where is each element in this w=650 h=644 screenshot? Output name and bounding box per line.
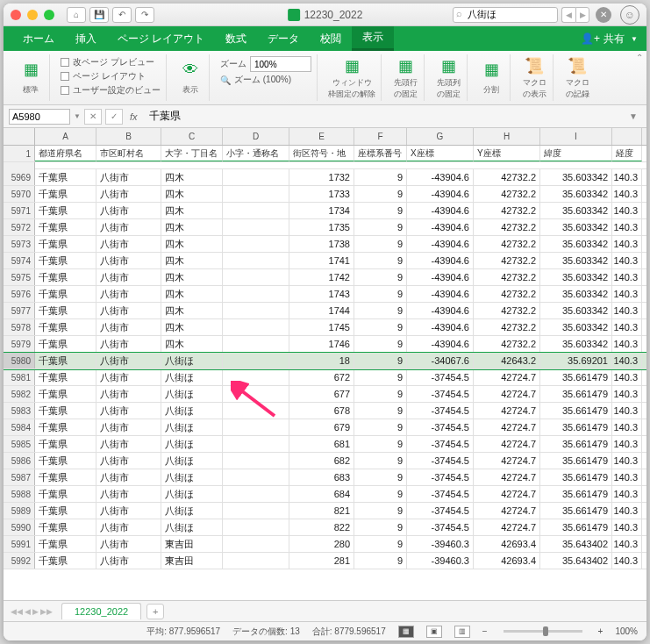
cell[interactable]: 千葉県 (35, 453, 96, 469)
cell[interactable]: 140.3 (612, 503, 642, 519)
cell[interactable]: 140.3 (612, 336, 642, 352)
cell[interactable]: 千葉県 (35, 353, 96, 369)
split-icon[interactable]: ▦ (478, 56, 504, 82)
cell[interactable]: 140.3 (612, 169, 642, 185)
cell[interactable]: 千葉県 (35, 419, 96, 435)
view-opt-2[interactable]: ユーザー設定のビュー (61, 84, 161, 97)
cell[interactable]: -37454.5 (407, 436, 474, 452)
cell[interactable]: 35.643402 (540, 536, 612, 552)
cell[interactable]: 八街市 (96, 519, 161, 535)
cell[interactable]: 八街市 (96, 436, 161, 452)
col-header[interactable]: I (540, 128, 612, 145)
cell[interactable]: 9 (354, 403, 407, 419)
row-num[interactable]: 5974 (4, 253, 35, 268)
cell[interactable]: -43904.6 (407, 269, 474, 285)
cell[interactable]: 140.3 (612, 403, 642, 419)
cell[interactable]: 千葉県 (35, 503, 96, 519)
cell[interactable] (223, 553, 289, 569)
cell[interactable] (223, 519, 289, 535)
cell[interactable]: 千葉県 (35, 386, 96, 402)
magnify-icon[interactable]: 🔍 (220, 75, 231, 85)
cell[interactable]: 9 (354, 203, 407, 218)
row-num[interactable]: 5971 (4, 203, 35, 218)
row-num[interactable]: 5972 (4, 219, 35, 235)
name-box[interactable]: A5980 (9, 109, 70, 125)
cell[interactable] (223, 253, 289, 268)
cell[interactable]: 八街ほ (161, 469, 223, 485)
cell[interactable]: 42732.2 (474, 219, 540, 235)
col-header[interactable]: F (354, 128, 407, 145)
maximize-button[interactable] (44, 10, 54, 20)
cell[interactable] (223, 419, 289, 435)
tab-first-icon[interactable]: ◀◀ (11, 607, 23, 616)
cell[interactable]: 140.3 (612, 436, 642, 452)
cell[interactable]: 八街ほ (161, 453, 223, 469)
cell[interactable]: 1742 (289, 269, 354, 285)
row-num[interactable]: 5990 (4, 519, 35, 535)
cell[interactable]: 千葉県 (35, 319, 96, 335)
menu-0[interactable]: ホーム (12, 26, 65, 51)
cell[interactable]: 9 (354, 319, 407, 335)
menu-5[interactable]: 校閲 (310, 26, 352, 51)
table-row[interactable]: 5975千葉県八街市四木17429-43904.642732.235.60334… (4, 269, 646, 286)
cell[interactable]: 千葉県 (35, 403, 96, 419)
cell[interactable]: 35.661479 (540, 503, 612, 519)
cell[interactable] (223, 503, 289, 519)
cell[interactable]: 35.603342 (540, 286, 612, 302)
qa-home-icon[interactable]: ⌂ (67, 7, 86, 23)
cell[interactable]: 35.69201 (540, 353, 612, 369)
cell[interactable]: 八街市 (96, 419, 161, 435)
cell[interactable]: 678 (289, 403, 354, 419)
cell[interactable]: 42732.2 (474, 286, 540, 302)
cell[interactable] (223, 469, 289, 485)
row-num[interactable]: 5987 (4, 469, 35, 485)
table-row[interactable]: 5978千葉県八街市四木17459-43904.642732.235.60334… (4, 319, 646, 336)
cell[interactable]: 42732.2 (474, 236, 540, 252)
row-num[interactable]: 5985 (4, 436, 35, 452)
table-row[interactable]: 5987千葉県八街市八街ほ6839-37454.542724.735.66147… (4, 469, 646, 486)
cell[interactable]: -43904.6 (407, 186, 474, 202)
row-num[interactable]: 5991 (4, 536, 35, 552)
sheet-tab[interactable]: 12230_2022 (61, 603, 141, 619)
table-row[interactable]: 5979千葉県八街市四木17469-43904.642732.235.60334… (4, 336, 646, 353)
cell[interactable]: 140.3 (612, 253, 642, 268)
row-num[interactable]: 5986 (4, 453, 35, 469)
cell[interactable]: 八街市 (96, 169, 161, 185)
cell[interactable]: 42724.7 (474, 419, 540, 435)
cell[interactable]: 千葉県 (35, 336, 96, 352)
table-row[interactable]: 5989千葉県八街市八街ほ8219-37454.542724.735.66147… (4, 503, 646, 519)
cell[interactable]: 千葉県 (35, 286, 96, 302)
col-header[interactable] (612, 128, 642, 145)
cell[interactable]: 682 (289, 453, 354, 469)
row-num[interactable]: 5979 (4, 336, 35, 352)
cell[interactable]: 八街ほ (161, 386, 223, 402)
cell[interactable]: 9 (354, 269, 407, 285)
cell[interactable]: 千葉県 (35, 236, 96, 252)
cell[interactable] (223, 186, 289, 202)
table-row[interactable]: 5991千葉県八街市東吉田2809-39460.342693.435.64340… (4, 536, 646, 553)
cell[interactable]: 八街市 (96, 336, 161, 352)
header-cell[interactable]: 大字・丁目名 (161, 146, 223, 161)
cell[interactable]: -37454.5 (407, 519, 474, 535)
cell[interactable]: -37454.5 (407, 486, 474, 502)
cell[interactable]: 280 (289, 536, 354, 552)
cell[interactable]: 683 (289, 469, 354, 485)
cell[interactable]: 35.661479 (540, 486, 612, 502)
cell[interactable]: 140.3 (612, 203, 642, 218)
cell[interactable]: -37454.5 (407, 469, 474, 485)
row-num[interactable]: 5981 (4, 369, 35, 385)
table-row[interactable]: 5973千葉県八街市四木17389-43904.642732.235.60334… (4, 236, 646, 253)
cell[interactable]: 八街市 (96, 469, 161, 485)
cell[interactable]: 八街ほ (161, 369, 223, 385)
cell[interactable]: 42724.7 (474, 453, 540, 469)
cell[interactable]: 42724.7 (474, 486, 540, 502)
cell[interactable]: 42732.2 (474, 169, 540, 185)
cell[interactable] (223, 319, 289, 335)
cell[interactable]: 140.3 (612, 319, 642, 335)
cell[interactable]: 140.3 (612, 303, 642, 318)
cell[interactable]: 140.3 (612, 519, 642, 535)
header-cell[interactable]: 小字・通称名 (223, 146, 289, 161)
cell[interactable]: 42732.2 (474, 319, 540, 335)
cell[interactable]: 1741 (289, 253, 354, 268)
cell[interactable]: 9 (354, 486, 407, 502)
